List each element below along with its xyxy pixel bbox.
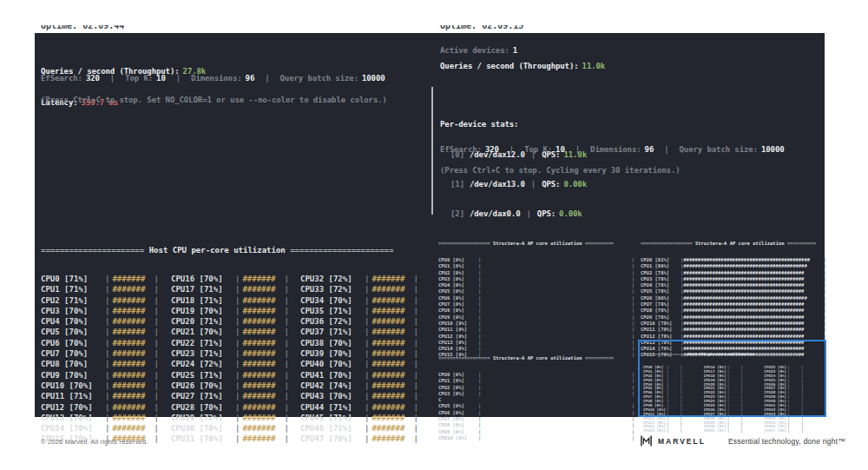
- device-row: [2]/dev/dax0.0|QPS:0.00k: [440, 209, 587, 218]
- core-bar-field: ||: [478, 334, 635, 340]
- cpu-bar: #######: [242, 295, 282, 306]
- cpu-cell: CPU24 [72%]|#######|: [171, 359, 300, 369]
- bar-pipe: |: [681, 429, 683, 434]
- core-label: CPU3 [78%]: [641, 276, 681, 282]
- core-bar-field: ||: [478, 391, 635, 397]
- bar-pipe: |: [478, 422, 481, 428]
- bar-pipe: |: [233, 316, 242, 327]
- cpu-label: CPU47 [0%]: [764, 429, 787, 434]
- cpu-label: CPU33 [72%]: [300, 284, 363, 295]
- bar-pipe: |: [363, 381, 372, 391]
- core-bar-field: ||: [478, 327, 635, 333]
- cpu-cell: CPU12 [70%]|#######|: [41, 402, 171, 413]
- core-bar-field: ||: [478, 263, 635, 269]
- core-row: C: [438, 397, 635, 403]
- bar-pipe: |: [103, 402, 112, 413]
- param-value: 96: [645, 145, 654, 154]
- bar-pipe: |: [824, 301, 826, 308]
- core-bar: ########################################…: [683, 282, 804, 288]
- device-qps-value: 0.00k: [563, 180, 587, 189]
- core-row: CPU10 [0%]||: [438, 321, 635, 327]
- cpu-cell: CPU44 [71%]|#######|: [300, 402, 430, 413]
- right-params-line: EfSearch:320|Top K:10|Dimensions:96|Quer…: [440, 144, 785, 155]
- bar-pipe: |: [411, 423, 420, 434]
- core-label: CPU5 [0%]: [438, 288, 478, 295]
- bar-pipe: |: [233, 338, 242, 348]
- bar-pipe: |: [152, 423, 161, 434]
- bar-pipe: |: [740, 429, 743, 434]
- bar-pipe: |: [103, 316, 112, 327]
- cpu-label: CPU17 [71%]: [171, 284, 233, 295]
- header-equals: ======================: [290, 246, 393, 255]
- core-label: CPU5 [78%]: [641, 288, 681, 295]
- bar-pipe: |: [411, 306, 420, 316]
- bar-pipe: |: [233, 381, 242, 391]
- cpu-bar: #######: [372, 327, 411, 337]
- cpu-row: CPU2 [71%]|#######|CPU18 [71%]|#######|C…: [41, 295, 430, 306]
- core-row: CPU2 [0%]||: [438, 270, 635, 276]
- right-note-line: (Press Ctrl+C to stop. Cycling every 30 …: [440, 165, 681, 175]
- cpu-bar: #######: [112, 316, 152, 327]
- bar-pipe: |: [363, 402, 372, 413]
- core-bar-field: |#######################################…: [681, 263, 824, 269]
- cpu-label: CPU26 [70%]: [171, 381, 233, 391]
- bar-pipe: |: [363, 359, 372, 369]
- structera-idle-panel-bottom: ================== Structera-A AP core u…: [438, 344, 635, 452]
- device-row: [1]/dev/dax13.0|QPS:0.00k: [440, 180, 587, 189]
- bar-pipe: |: [152, 338, 161, 348]
- bar-pipe: |: [824, 321, 826, 327]
- throughput-value: 11.0k: [582, 62, 606, 70]
- bar-pipe: |: [233, 402, 242, 413]
- param-separator: |: [166, 74, 191, 83]
- cpu-bar: #######: [112, 391, 152, 401]
- core-bar-field: ||: [478, 372, 635, 378]
- cpu-label: CPU31 [0%]: [704, 429, 727, 434]
- cpu-cell: CPU37 [71%]|#######|: [300, 327, 430, 337]
- device-index: [2]: [450, 209, 464, 218]
- core-row: CPU10 [0%]||: [438, 435, 635, 441]
- bar-pipe: |: [282, 316, 291, 327]
- header-equals: ==========: [787, 241, 816, 246]
- footer-brand: MARVELL Essential technology, done right…: [640, 434, 845, 447]
- param-value: 10000: [761, 145, 785, 154]
- bar-pipe: |: [103, 370, 112, 381]
- cpu-cell: CPU26 [70%]|#######|: [171, 381, 300, 391]
- uptime-clipped-right: Uptime: 02:09:15: [440, 25, 614, 33]
- cpu-row: CPU8 [70%]|#######|CPU24 [72%]|#######|C…: [41, 359, 430, 369]
- bar-pipe: |: [632, 270, 635, 276]
- bar-pipe: |: [363, 316, 372, 327]
- panel-header: ================== Structera-A AP core u…: [438, 240, 635, 247]
- cpu-cell: CPU33 [72%]|#######|: [300, 284, 430, 295]
- cpu-label: CPU29 [72%]: [171, 413, 233, 423]
- core-bar-field: ||: [478, 378, 635, 384]
- footer-copyright: © 2026 Marvell. All rights reserved.: [41, 438, 148, 446]
- bar-pipe: |: [478, 288, 481, 295]
- cpu-cell: CPU9 [70%]|#######|: [41, 370, 171, 381]
- cpu-label: CPU11 [71%]: [41, 391, 103, 401]
- bar-pipe: |: [282, 284, 291, 295]
- cpu-cell: CPU4 [70%]|#######|: [41, 316, 171, 327]
- param-separator: |: [654, 145, 679, 154]
- core-row: CPU4 [0%]||: [438, 282, 635, 288]
- cpu-cell: CPU22 [71%]|#######|: [171, 338, 300, 348]
- core-label: CPU7 [0%]: [438, 301, 478, 308]
- bar-pipe: |: [233, 274, 242, 284]
- active-devices-label: Active devices:: [440, 46, 510, 55]
- core-bar-field: ||: [478, 276, 635, 282]
- bar-pipe: |: [152, 370, 161, 381]
- bar-pipe: |: [632, 403, 635, 409]
- cpu-bar: #######: [242, 274, 282, 284]
- core-row: CPU3 [0%]||: [438, 276, 635, 282]
- bar-pipe: |: [103, 338, 112, 348]
- panel-header: ================== Structera-A AP core u…: [438, 354, 635, 361]
- bar-pipe: |: [824, 270, 826, 276]
- host-idle-panel: =================== Host CPU per-core ut…: [638, 340, 826, 417]
- cpu-cell: CPU47 [0%]||: [764, 429, 821, 434]
- bar-pipe: |: [152, 413, 161, 423]
- cpu-bar: #######: [372, 295, 411, 306]
- core-row: CPU11 [0%]||: [438, 327, 635, 333]
- core-bar: ########################################…: [683, 270, 804, 275]
- bar-pipe: |: [282, 348, 291, 359]
- bar-pipe: |: [152, 295, 161, 306]
- core-label: CPU2 [0%]: [438, 385, 478, 391]
